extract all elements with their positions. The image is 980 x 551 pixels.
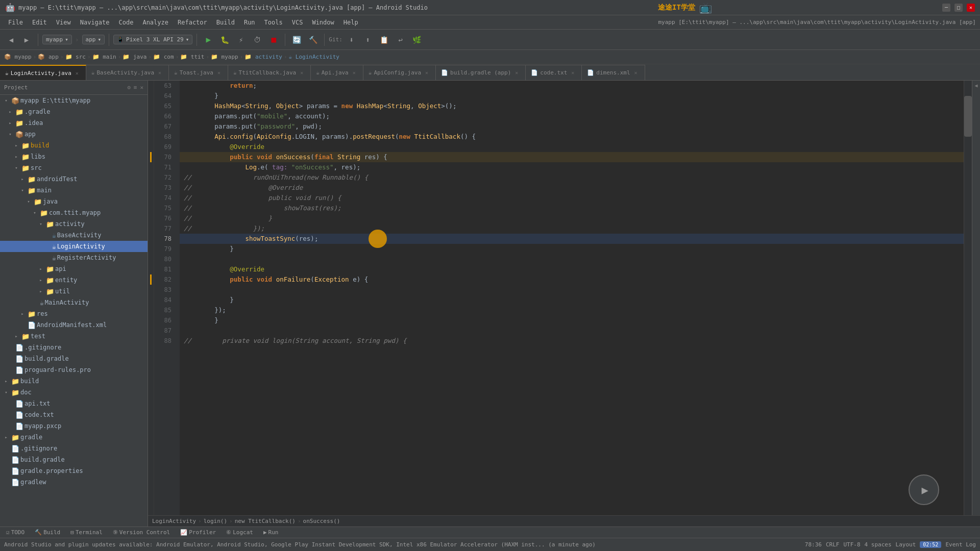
menu-help[interactable]: Help — [339, 17, 362, 28]
git-branch-button[interactable]: 🌿 — [410, 33, 424, 47]
tab-close-6[interactable]: ✕ — [423, 69, 430, 77]
bottom-tab-profiler[interactable]: 📈 Profiler — [178, 527, 218, 538]
tab-close-4[interactable]: ✕ — [298, 69, 305, 77]
menu-code[interactable]: Code — [115, 17, 138, 28]
right-panel-icon-1[interactable]: ◀ — [974, 83, 977, 88]
tab-close-2[interactable]: ✕ — [156, 69, 163, 77]
tree-manifest[interactable]: 📄 AndroidManifest.xml — [0, 319, 148, 331]
encoding[interactable]: UTF-8 — [843, 541, 860, 548]
bc-com[interactable]: 📁 com — [153, 54, 174, 60]
tab-loginactivity[interactable]: ☕ LoginActivity.java ✕ — [0, 65, 86, 80]
tree-java[interactable]: ▾ 📁 java — [0, 196, 148, 207]
bc-activity[interactable]: 📁 activity — [244, 54, 282, 60]
nav-bc-login[interactable]: login() — [204, 518, 227, 524]
tab-close-9[interactable]: ✕ — [632, 69, 640, 77]
tree-libs[interactable]: ▸ 📁 libs — [0, 151, 148, 162]
tree-src[interactable]: ▾ 📁 src — [0, 162, 148, 173]
tree-com-ttit[interactable]: ▾ 📁 com.ttit.myapp — [0, 207, 148, 218]
run-button[interactable]: ▶ — [201, 33, 215, 47]
forward-button[interactable]: ▶ — [19, 33, 34, 47]
sidebar-collapse-icon[interactable]: ≡ — [134, 84, 137, 91]
tree-gradle-hidden[interactable]: ▸ 📁 .gradle — [0, 106, 148, 117]
tab-buildgradle[interactable]: 📄 build.gradle (app) ✕ — [436, 65, 526, 80]
tab-toast[interactable]: ☕ Toast.java ✕ — [169, 65, 228, 80]
tab-close-7[interactable]: ✕ — [513, 69, 520, 77]
stop-button[interactable]: ■ — [266, 33, 281, 47]
tab-close-1[interactable]: ✕ — [74, 69, 81, 77]
indent[interactable]: 4 spaces — [865, 541, 892, 548]
tree-idea[interactable]: ▸ 📁 .idea — [0, 117, 148, 129]
tree-registeractivity[interactable]: ☕ RegisterActivity — [0, 252, 148, 263]
bc-myapp[interactable]: 📦 myapp — [4, 54, 32, 60]
cursor-position[interactable]: 78:36 — [805, 541, 822, 548]
tree-gitignore-root[interactable]: 📄 .gitignore — [0, 443, 148, 454]
profile-button[interactable]: ⏱ — [250, 33, 264, 47]
tree-app[interactable]: ▾ 📦 app — [0, 129, 148, 140]
tree-codetxt[interactable]: 📄 code.txt — [0, 409, 148, 420]
tree-baseactivity[interactable]: ☕ BaseActivity — [0, 230, 148, 241]
sidebar-settings-icon[interactable]: ⚙ — [127, 84, 131, 91]
tree-build[interactable]: ▸ 📁 build — [0, 140, 148, 151]
module-selector[interactable]: app ▾ — [82, 35, 105, 44]
menu-navigate[interactable]: Navigate — [76, 17, 114, 28]
tree-test[interactable]: ▸ 📁 test — [0, 331, 148, 342]
scroll-thumb[interactable] — [964, 96, 972, 137]
close-button[interactable]: ✕ — [967, 4, 975, 12]
maximize-button[interactable]: □ — [954, 4, 963, 12]
back-button[interactable]: ◀ — [4, 33, 18, 47]
tree-api[interactable]: ▸ 📁 api — [0, 263, 148, 274]
tree-gradleprops[interactable]: 📄 gradle.properties — [0, 465, 148, 477]
tree-loginactivity[interactable]: ☕ LoginActivity — [0, 241, 148, 252]
menu-view[interactable]: View — [52, 17, 75, 28]
line-sep[interactable]: CRLF — [826, 541, 840, 548]
tab-baseactivity[interactable]: ☕ BaseActivity.java ✕ — [86, 65, 169, 80]
tree-apitxt[interactable]: 📄 api.txt — [0, 398, 148, 409]
menu-refactor[interactable]: Refactor — [174, 17, 211, 28]
tab-codetxt[interactable]: 📄 code.txt ✕ — [526, 65, 582, 80]
git-update-button[interactable]: ⬇ — [345, 33, 359, 47]
bc-myapp2[interactable]: 📁 myapp — [211, 54, 238, 60]
build-button[interactable]: 🔨 — [306, 33, 320, 47]
tab-close-8[interactable]: ✕ — [569, 69, 576, 77]
bc-src[interactable]: 📁 src — [65, 54, 86, 60]
bottom-tab-logcat[interactable]: ⑥ Logcat — [224, 527, 255, 538]
play-overlay-button[interactable] — [909, 474, 939, 505]
bc-ttit[interactable]: 📁 ttit — [180, 54, 204, 60]
title-bar-controls[interactable]: ─ □ ✕ — [942, 4, 975, 12]
bottom-tab-todo[interactable]: ☑ TODO — [4, 527, 27, 538]
bottom-tab-terminal[interactable]: ⊟ Terminal — [68, 527, 105, 538]
tree-buildgradle-root[interactable]: 📄 build.gradle — [0, 454, 148, 465]
bottom-tab-vcs[interactable]: ⑨ Version Control — [111, 527, 172, 538]
tree-gradlew[interactable]: 📄 gradlew — [0, 477, 148, 488]
tree-util[interactable]: ▸ 📁 util — [0, 286, 148, 297]
menu-file[interactable]: File — [4, 17, 27, 28]
tree-entity[interactable]: ▸ 📁 entity — [0, 274, 148, 286]
tab-close-3[interactable]: ✕ — [215, 69, 223, 77]
minimize-button[interactable]: ─ — [942, 4, 950, 12]
tree-doc[interactable]: ▾ 📁 doc — [0, 387, 148, 398]
git-revert-button[interactable]: ↩ — [394, 33, 408, 47]
tree-main[interactable]: ▾ 📁 main — [0, 185, 148, 196]
git-push-button[interactable]: ⬆ — [361, 33, 375, 47]
bc-main[interactable]: 📁 main — [92, 54, 116, 60]
tree-activity[interactable]: ▾ 📁 activity — [0, 218, 148, 230]
menu-vcs[interactable]: VCS — [288, 17, 307, 28]
sync-button[interactable]: 🔄 — [289, 33, 304, 47]
project-selector[interactable]: myapp ▾ — [42, 35, 72, 44]
time-badge[interactable]: 02:52 — [920, 541, 941, 548]
code-editor[interactable]: return; } HashMap<String, Object> params… — [180, 81, 964, 515]
menu-window[interactable]: Window — [308, 17, 338, 28]
tab-dimens[interactable]: 📄 dimens.xml ✕ — [582, 65, 645, 80]
tree-mainactivity[interactable]: ☕ MainActivity — [0, 297, 148, 308]
bottom-tab-build[interactable]: 🔨 Build — [33, 527, 62, 538]
tab-apiconfig[interactable]: ☕ ApiConfig.java ✕ — [363, 65, 436, 80]
bc-loginactivity[interactable]: ☕ LoginActivity — [289, 54, 339, 60]
tree-androidtest[interactable]: ▸ 📁 androidTest — [0, 173, 148, 185]
tab-ttitcallback[interactable]: ☕ TtitCallback.java ✕ — [228, 65, 311, 80]
menu-run[interactable]: Run — [240, 17, 259, 28]
layout-label[interactable]: Layout — [896, 541, 916, 548]
debug-button[interactable]: 🐛 — [217, 33, 232, 47]
tab-close-5[interactable]: ✕ — [351, 69, 358, 77]
menu-tools[interactable]: Tools — [260, 17, 287, 28]
tree-buildgradle-app[interactable]: 📄 build.gradle — [0, 353, 148, 364]
